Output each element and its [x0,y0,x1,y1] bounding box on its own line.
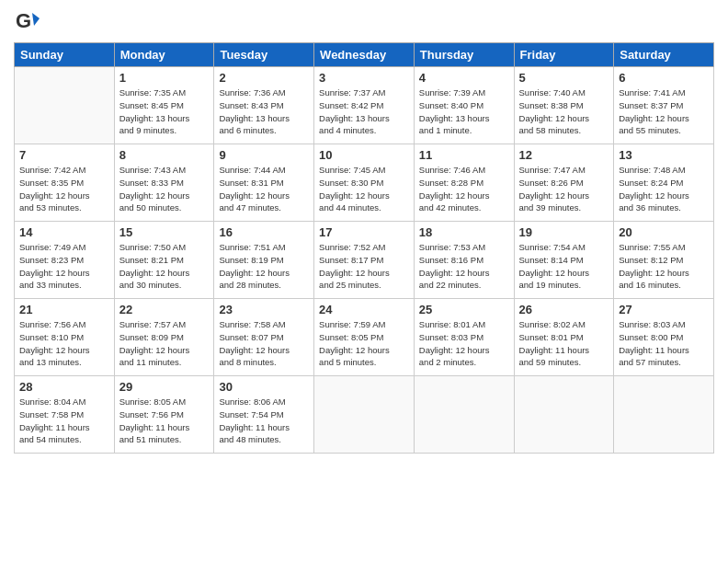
calendar-cell: 14Sunrise: 7:49 AM Sunset: 8:23 PM Dayli… [15,222,115,299]
calendar-cell: 23Sunrise: 7:58 AM Sunset: 8:07 PM Dayli… [214,299,314,376]
day-number: 3 [319,71,409,85]
day-number: 18 [419,225,509,239]
day-number: 5 [519,71,609,85]
col-header-wednesday: Wednesday [314,43,415,67]
day-number: 1 [119,71,210,85]
calendar-cell: 2Sunrise: 7:36 AM Sunset: 8:43 PM Daylig… [214,67,314,144]
calendar-cell: 3Sunrise: 7:37 AM Sunset: 8:42 PM Daylig… [314,67,415,144]
day-number: 19 [519,225,609,239]
svg-text:G: G [16,9,31,32]
cell-info: Sunrise: 7:37 AM Sunset: 8:42 PM Dayligh… [319,86,409,137]
calendar-cell: 21Sunrise: 7:56 AM Sunset: 8:10 PM Dayli… [15,299,115,376]
calendar-cell: 9Sunrise: 7:44 AM Sunset: 8:31 PM Daylig… [214,144,314,222]
day-number: 12 [519,148,609,162]
calendar-cell: 18Sunrise: 7:53 AM Sunset: 8:16 PM Dayli… [414,222,514,299]
calendar-cell: 17Sunrise: 7:52 AM Sunset: 8:17 PM Dayli… [314,222,415,299]
week-row-4: 21Sunrise: 7:56 AM Sunset: 8:10 PM Dayli… [15,299,714,376]
day-number: 9 [219,148,309,162]
cell-info: Sunrise: 7:49 AM Sunset: 8:23 PM Dayligh… [19,241,109,292]
cell-info: Sunrise: 7:51 AM Sunset: 8:19 PM Dayligh… [219,241,309,292]
calendar-cell: 20Sunrise: 7:55 AM Sunset: 8:12 PM Dayli… [614,222,714,299]
cell-info: Sunrise: 7:36 AM Sunset: 8:43 PM Dayligh… [219,86,309,137]
calendar-cell: 19Sunrise: 7:54 AM Sunset: 8:14 PM Dayli… [514,222,614,299]
day-number: 6 [619,71,709,85]
calendar-cell: 15Sunrise: 7:50 AM Sunset: 8:21 PM Dayli… [114,222,214,299]
calendar-cell: 26Sunrise: 8:02 AM Sunset: 8:01 PM Dayli… [514,299,614,376]
calendar: SundayMondayTuesdayWednesdayThursdayFrid… [14,42,714,454]
cell-info: Sunrise: 8:05 AM Sunset: 7:56 PM Dayligh… [119,396,210,446]
cell-info: Sunrise: 7:55 AM Sunset: 8:12 PM Dayligh… [619,241,709,292]
day-number: 30 [219,380,309,394]
calendar-cell [314,376,415,454]
day-number: 20 [619,225,709,239]
day-number: 10 [319,148,409,162]
calendar-cell: 8Sunrise: 7:43 AM Sunset: 8:33 PM Daylig… [114,144,214,222]
cell-info: Sunrise: 8:04 AM Sunset: 7:58 PM Dayligh… [19,396,109,446]
cell-info: Sunrise: 7:42 AM Sunset: 8:35 PM Dayligh… [19,164,109,214]
svg-marker-1 [32,13,40,26]
cell-info: Sunrise: 7:54 AM Sunset: 8:14 PM Dayligh… [519,241,609,292]
day-number: 4 [419,71,509,85]
day-number: 29 [119,380,210,394]
day-number: 2 [219,71,309,85]
cell-info: Sunrise: 7:39 AM Sunset: 8:40 PM Dayligh… [419,86,509,137]
day-number: 7 [19,148,109,162]
day-number: 14 [19,225,109,239]
col-header-tuesday: Tuesday [214,43,314,67]
calendar-cell: 25Sunrise: 8:01 AM Sunset: 8:03 PM Dayli… [414,299,514,376]
calendar-cell: 22Sunrise: 7:57 AM Sunset: 8:09 PM Dayli… [114,299,214,376]
week-row-2: 7Sunrise: 7:42 AM Sunset: 8:35 PM Daylig… [15,144,714,222]
logo-icon: G [14,9,40,35]
cell-info: Sunrise: 8:01 AM Sunset: 8:03 PM Dayligh… [419,318,509,369]
week-row-3: 14Sunrise: 7:49 AM Sunset: 8:23 PM Dayli… [15,222,714,299]
calendar-cell [614,376,714,454]
cell-info: Sunrise: 7:50 AM Sunset: 8:21 PM Dayligh… [119,241,210,292]
col-header-thursday: Thursday [414,43,514,67]
cell-info: Sunrise: 8:06 AM Sunset: 7:54 PM Dayligh… [219,396,309,446]
day-number: 21 [19,303,109,316]
cell-info: Sunrise: 8:03 AM Sunset: 8:00 PM Dayligh… [619,318,709,369]
header: G [14,9,714,35]
cell-info: Sunrise: 7:58 AM Sunset: 8:07 PM Dayligh… [219,318,309,369]
calendar-cell: 7Sunrise: 7:42 AM Sunset: 8:35 PM Daylig… [15,144,115,222]
calendar-cell [514,376,614,454]
cell-info: Sunrise: 8:02 AM Sunset: 8:01 PM Dayligh… [519,318,609,369]
calendar-cell: 28Sunrise: 8:04 AM Sunset: 7:58 PM Dayli… [15,376,115,454]
day-number: 11 [419,148,509,162]
cell-info: Sunrise: 7:41 AM Sunset: 8:37 PM Dayligh… [619,86,709,137]
week-row-5: 28Sunrise: 8:04 AM Sunset: 7:58 PM Dayli… [15,376,714,454]
cell-info: Sunrise: 7:43 AM Sunset: 8:33 PM Dayligh… [119,164,210,214]
cell-info: Sunrise: 7:40 AM Sunset: 8:38 PM Dayligh… [519,86,609,137]
day-number: 16 [219,225,309,239]
calendar-cell [15,67,115,144]
calendar-cell: 29Sunrise: 8:05 AM Sunset: 7:56 PM Dayli… [114,376,214,454]
day-number: 23 [219,303,309,316]
calendar-header-row: SundayMondayTuesdayWednesdayThursdayFrid… [15,43,714,67]
calendar-cell: 11Sunrise: 7:46 AM Sunset: 8:28 PM Dayli… [414,144,514,222]
cell-info: Sunrise: 7:59 AM Sunset: 8:05 PM Dayligh… [319,318,409,369]
col-header-saturday: Saturday [614,43,714,67]
calendar-cell: 10Sunrise: 7:45 AM Sunset: 8:30 PM Dayli… [314,144,415,222]
calendar-cell: 30Sunrise: 8:06 AM Sunset: 7:54 PM Dayli… [214,376,314,454]
day-number: 25 [419,303,509,316]
cell-info: Sunrise: 7:47 AM Sunset: 8:26 PM Dayligh… [519,164,609,214]
cell-info: Sunrise: 7:35 AM Sunset: 8:45 PM Dayligh… [119,86,210,137]
day-number: 27 [619,303,709,316]
day-number: 24 [319,303,409,316]
cell-info: Sunrise: 7:53 AM Sunset: 8:16 PM Dayligh… [419,241,509,292]
day-number: 8 [119,148,210,162]
cell-info: Sunrise: 7:45 AM Sunset: 8:30 PM Dayligh… [319,164,409,214]
day-number: 17 [319,225,409,239]
week-row-1: 1Sunrise: 7:35 AM Sunset: 8:45 PM Daylig… [15,67,714,144]
col-header-sunday: Sunday [15,43,115,67]
cell-info: Sunrise: 7:57 AM Sunset: 8:09 PM Dayligh… [119,318,210,369]
calendar-cell: 27Sunrise: 8:03 AM Sunset: 8:00 PM Dayli… [614,299,714,376]
cell-info: Sunrise: 7:52 AM Sunset: 8:17 PM Dayligh… [319,241,409,292]
day-number: 28 [19,380,109,394]
calendar-cell: 16Sunrise: 7:51 AM Sunset: 8:19 PM Dayli… [214,222,314,299]
cell-info: Sunrise: 7:48 AM Sunset: 8:24 PM Dayligh… [619,164,709,214]
calendar-cell: 4Sunrise: 7:39 AM Sunset: 8:40 PM Daylig… [414,67,514,144]
logo: G [14,9,43,35]
cell-info: Sunrise: 7:44 AM Sunset: 8:31 PM Dayligh… [219,164,309,214]
calendar-cell: 1Sunrise: 7:35 AM Sunset: 8:45 PM Daylig… [114,67,214,144]
